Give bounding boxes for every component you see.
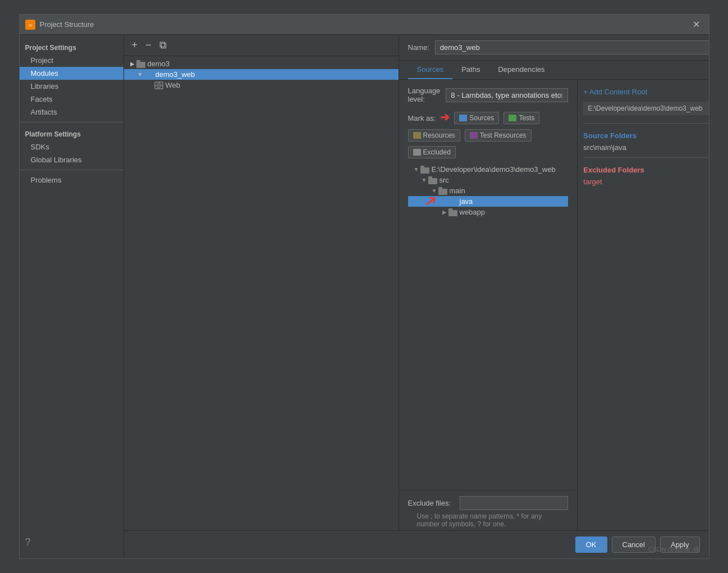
excluded-folders-title: Excluded Folders [583,166,708,174]
svg-rect-16 [448,199,457,206]
file-tree-src-label: src [439,176,449,184]
sidebar-bottom: ? [20,531,123,554]
tests-icon [509,115,516,121]
language-select[interactable]: 8 - Lambdas, type annotations etc. [446,88,568,102]
mark-excluded-button[interactable]: Excluded [408,146,456,158]
excluded-icon [413,149,421,156]
file-tree-src[interactable]: ▼ src [408,175,569,185]
resources-icon [413,132,421,139]
source-folder-name: src\main\java [583,143,626,152]
mark-sources-button[interactable]: Sources [454,112,499,124]
source-folders-title: Source Folders [583,131,708,140]
platform-settings-section: Platform Settings [20,126,123,140]
watermark: CSDN @Sprite_骚 [648,545,699,554]
tree-node-demo3_web[interactable]: ▼ demo3_web [124,69,399,80]
name-input[interactable] [435,40,709,54]
title-bar: ∞ Project Structure ✕ [20,15,709,35]
sidebar-divider [20,122,123,122]
add-module-button[interactable]: + [130,38,140,52]
svg-text:∞: ∞ [28,22,31,28]
sidebar-item-modules[interactable]: Modules [20,67,123,80]
excluded-folder-row: target ✕ [583,176,708,187]
tree-node-web[interactable]: Web [124,80,399,90]
project-structure-dialog: ∞ Project Structure ✕ Project Settings P… [19,14,709,559]
name-label: Name: [408,43,429,52]
dialog-body: Project Settings Project Modules Librari… [20,35,709,558]
svg-rect-5 [144,71,148,73]
source-folder-row: src\main\java ✎ ✕ [583,142,708,153]
test-resources-icon [470,132,478,139]
arrow-indicator: ➔ [440,111,450,125]
ok-button[interactable]: OK [575,536,607,553]
copy-module-button[interactable]: ⧉ [157,38,169,52]
sidebar-item-problems[interactable]: Problems [20,174,123,187]
tree-toolbar: + − ⧉ [124,35,399,56]
svg-rect-13 [428,176,432,179]
project-settings-section: Project Settings [20,39,123,54]
svg-rect-3 [136,60,140,62]
svg-rect-11 [420,166,424,168]
file-tree-java[interactable]: java [408,196,569,207]
app-icon: ∞ [25,20,35,30]
language-select-wrapper: 8 - Lambdas, type annotations etc. ▼ [446,88,568,102]
module-tree-panel: + − ⧉ ▶ demo3 [124,35,399,530]
sources-content: Language level: 8 - Lambdas, type annota… [399,80,578,490]
exclude-label: Exclude files: [408,499,451,507]
sidebar-item-artifacts[interactable]: Artifacts [20,106,123,119]
main-panel: Name: Sources Paths Dependencies [399,35,709,530]
svg-rect-10 [420,167,429,174]
sidebar-item-project[interactable]: Project [20,54,123,67]
tab-paths[interactable]: Paths [452,61,489,79]
add-content-root-button[interactable]: + Add Content Root [583,85,708,98]
mark-as-label: Mark as: [408,114,436,122]
module-tree: ▶ demo3 ▼ demo3_web [124,56,399,530]
sidebar-item-sdks[interactable]: SDKs [20,140,123,153]
tree-node-demo3[interactable]: ▶ demo3 [124,58,399,69]
tree-arrow-demo3: ▶ [129,61,136,67]
sidebar-item-facets[interactable]: Facets [20,93,123,106]
exclude-hint: Use ; to separate name patterns, * for a… [408,510,569,528]
file-tree-root[interactable]: ▼ E:\Developer\idea\demo3\demo3_web [408,164,569,175]
tab-dependencies[interactable]: Dependencies [489,61,553,79]
info-divider-1 [583,123,708,124]
info-divider-2 [583,157,708,158]
remove-module-button[interactable]: − [143,38,154,52]
exclude-section: Exclude files: Use ; to separate name pa… [399,490,578,530]
tab-sources[interactable]: Sources [408,61,453,79]
svg-rect-12 [428,178,437,184]
sidebar: Project Settings Project Modules Librari… [20,35,124,558]
sidebar-item-global-libraries[interactable]: Global Libraries [20,153,123,166]
mark-as-row: Mark as: ➔ Sources Tests [408,111,569,158]
name-row: Name: [399,35,709,61]
mark-test-resources-button[interactable]: Test Resources [465,129,532,142]
bottom-bar: OK Cancel Apply [124,530,709,558]
file-tree: ▼ E:\Developer\idea\demo3\demo3_web ▼ [408,164,569,217]
language-row: Language level: 8 - Lambdas, type annota… [408,87,569,103]
close-button[interactable]: ✕ [689,18,703,31]
svg-rect-19 [448,208,452,211]
dialog-title: Project Structure [40,20,689,29]
exclude-input[interactable] [460,496,568,510]
tree-label-demo3: demo3 [148,60,170,68]
tree-arrow-demo3_web: ▼ [136,71,144,78]
file-tree-webapp[interactable]: ▶ webapp [408,207,569,217]
file-tree-webapp-label: webapp [460,208,486,216]
svg-rect-2 [136,62,145,68]
file-tree-main[interactable]: ▼ main [408,185,569,196]
info-panel: + Add Content Root E:\Developer\idea\dem… [577,80,708,530]
tabs-row: Sources Paths Dependencies [399,61,709,80]
info-path-text: E:\Developer\idea\demo3\demo3_web [588,104,702,112]
mark-resources-button[interactable]: Resources [408,129,460,142]
svg-rect-15 [438,187,442,189]
svg-rect-4 [144,72,153,79]
sidebar-item-libraries[interactable]: Libraries [20,80,123,93]
file-tree-root-label: E:\Developer\idea\demo3\demo3_web [432,165,556,174]
mark-tests-button[interactable]: Tests [503,112,539,124]
file-tree-java-label: java [460,197,473,206]
file-tree-main-label: main [450,187,465,195]
svg-rect-18 [448,210,457,216]
tree-label-web: Web [166,81,181,89]
help-button[interactable]: ? [25,536,31,548]
sources-icon [459,115,467,121]
excluded-folder-name: target [583,178,602,186]
